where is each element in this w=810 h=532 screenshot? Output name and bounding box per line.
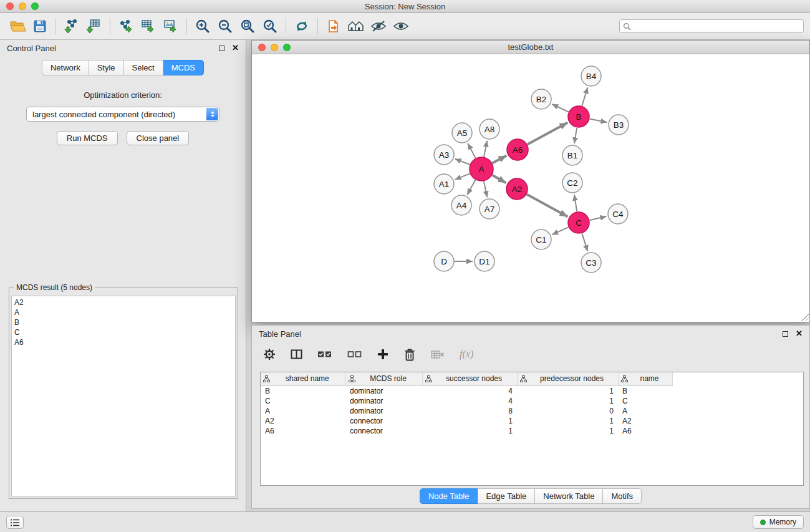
search-field[interactable] bbox=[619, 19, 804, 33]
network-canvas[interactable]: B4B2BB3A5A8A6B1A3AA1C2A2A4A7C4CC1C3DD1 bbox=[252, 55, 809, 322]
apply-layout-button[interactable] bbox=[291, 16, 313, 37]
close-network-window-button[interactable] bbox=[258, 44, 266, 51]
tab-style[interactable]: Style bbox=[89, 60, 124, 75]
import-table-button[interactable] bbox=[83, 16, 105, 37]
graph-edge[interactable] bbox=[493, 155, 507, 163]
mcds-result-list[interactable]: A2ABCA6 bbox=[11, 296, 236, 496]
zoom-network-window-button[interactable] bbox=[283, 44, 291, 51]
graph-node[interactable]: A4 bbox=[451, 195, 471, 215]
open-session-button[interactable] bbox=[6, 16, 29, 37]
show-columns-button[interactable] bbox=[291, 349, 302, 359]
export-table-button[interactable] bbox=[137, 16, 160, 37]
table-row[interactable]: A6connector11A6 bbox=[261, 426, 672, 436]
mcds-result-item[interactable]: A2 bbox=[14, 297, 233, 307]
tab-motifs[interactable]: Motifs bbox=[603, 488, 642, 504]
graph-edge[interactable] bbox=[582, 233, 587, 251]
graph-edge[interactable] bbox=[590, 216, 607, 220]
memory-button[interactable]: Memory bbox=[753, 515, 804, 529]
search-input[interactable] bbox=[631, 22, 800, 31]
apply-function-button[interactable]: f(x) bbox=[460, 349, 473, 360]
graph-edge[interactable] bbox=[552, 227, 568, 235]
tab-network-table[interactable]: Network Table bbox=[535, 488, 603, 504]
graph-edge[interactable] bbox=[455, 173, 470, 180]
graph-node[interactable]: D1 bbox=[475, 251, 494, 271]
zoom-selected-button[interactable] bbox=[259, 16, 281, 37]
table-row[interactable]: Adominator80A bbox=[261, 406, 672, 416]
criterion-dropdown[interactable]: largest connected component (directed) bbox=[26, 107, 219, 122]
zoom-window-button[interactable] bbox=[31, 2, 39, 10]
graph-node[interactable]: B1 bbox=[562, 145, 582, 165]
tab-select[interactable]: Select bbox=[124, 60, 163, 75]
close-panel-button[interactable]: Close panel bbox=[127, 131, 190, 145]
graph-edge[interactable] bbox=[574, 128, 577, 143]
network-window-titlebar[interactable]: testGlobe.txt bbox=[252, 41, 809, 54]
task-history-button[interactable] bbox=[6, 516, 24, 529]
session-file-button[interactable] bbox=[322, 16, 345, 37]
column-header-predecessor-nodes[interactable]: predecessor nodes bbox=[517, 372, 618, 385]
graph-node[interactable]: C bbox=[568, 212, 589, 233]
table-row[interactable]: A2connector11A2 bbox=[261, 416, 672, 426]
graph-edge[interactable] bbox=[527, 195, 568, 217]
graph-node[interactable]: A2 bbox=[506, 178, 528, 200]
zoom-fit-button[interactable] bbox=[236, 16, 259, 37]
graph-edge[interactable] bbox=[552, 104, 569, 112]
table-mode-button[interactable] bbox=[263, 348, 276, 360]
tab-node-table[interactable]: Node Table bbox=[420, 488, 478, 504]
mcds-result-item[interactable]: A6 bbox=[14, 337, 233, 347]
graph-edge[interactable] bbox=[484, 141, 487, 157]
graph-node[interactable]: A5 bbox=[452, 123, 472, 143]
column-header-mcds-role[interactable]: MCDS role bbox=[345, 372, 422, 385]
float-panel-icon[interactable] bbox=[219, 46, 224, 51]
graph-edge[interactable] bbox=[574, 195, 577, 211]
hide-details-button[interactable] bbox=[367, 16, 390, 37]
graph-node[interactable]: A8 bbox=[480, 119, 499, 139]
graph-edge[interactable] bbox=[528, 123, 568, 145]
minimize-network-window-button[interactable] bbox=[271, 44, 278, 51]
graph-node[interactable]: B4 bbox=[581, 66, 601, 86]
graph-node[interactable]: B bbox=[568, 106, 589, 127]
column-header-shared-name[interactable]: shared name bbox=[261, 372, 345, 385]
table-row[interactable]: Bdominator41B bbox=[261, 385, 672, 396]
graph-node[interactable]: A3 bbox=[434, 145, 454, 165]
tab-network[interactable]: Network bbox=[42, 60, 89, 75]
graph-node[interactable]: B3 bbox=[609, 115, 629, 135]
graph-edge[interactable] bbox=[484, 181, 487, 198]
save-session-button[interactable] bbox=[29, 16, 51, 37]
graph-node[interactable]: A bbox=[470, 157, 493, 181]
select-all-button[interactable] bbox=[317, 350, 332, 359]
graph-node[interactable]: C4 bbox=[608, 204, 628, 224]
home-button[interactable] bbox=[345, 16, 367, 37]
graph-edge[interactable] bbox=[590, 119, 607, 123]
graph-edge[interactable] bbox=[468, 143, 476, 158]
export-network-button[interactable] bbox=[115, 16, 137, 37]
graph-node[interactable]: D bbox=[434, 251, 454, 271]
graph-edge[interactable] bbox=[582, 87, 587, 106]
zoom-out-button[interactable] bbox=[214, 16, 236, 37]
graph-node[interactable]: C2 bbox=[562, 173, 582, 193]
close-panel-icon[interactable]: ✕ bbox=[232, 45, 239, 51]
graph-node[interactable]: B2 bbox=[531, 89, 551, 109]
create-column-button[interactable] bbox=[377, 349, 388, 360]
zoom-in-button[interactable] bbox=[191, 16, 214, 37]
mcds-result-item[interactable]: B bbox=[14, 317, 233, 327]
graph-node[interactable]: A7 bbox=[480, 199, 499, 219]
column-header-name[interactable]: name bbox=[618, 372, 672, 385]
mcds-result-item[interactable]: C bbox=[14, 327, 233, 337]
graph-edge[interactable] bbox=[492, 175, 506, 183]
graph-node[interactable]: C1 bbox=[531, 230, 551, 249]
delete-table-button[interactable] bbox=[431, 350, 445, 359]
column-header-successor-nodes[interactable]: successor nodes bbox=[422, 372, 517, 385]
graph-node[interactable]: A1 bbox=[434, 174, 454, 194]
run-mcds-button[interactable]: Run MCDS bbox=[57, 131, 118, 145]
minimize-window-button[interactable] bbox=[19, 2, 26, 10]
import-network-button[interactable] bbox=[60, 16, 83, 37]
mcds-result-item[interactable]: A bbox=[14, 307, 233, 317]
delete-columns-button[interactable] bbox=[403, 348, 416, 361]
node-table[interactable]: shared name MCDS role successor nodes bbox=[260, 372, 804, 486]
tab-mcds[interactable]: MCDS bbox=[163, 60, 204, 75]
show-details-button[interactable] bbox=[390, 16, 412, 37]
table-row[interactable]: Cdominator41C bbox=[261, 396, 672, 406]
export-image-button[interactable] bbox=[160, 16, 182, 37]
graph-node[interactable]: C3 bbox=[581, 253, 601, 273]
tab-edge-table[interactable]: Edge Table bbox=[478, 488, 535, 504]
